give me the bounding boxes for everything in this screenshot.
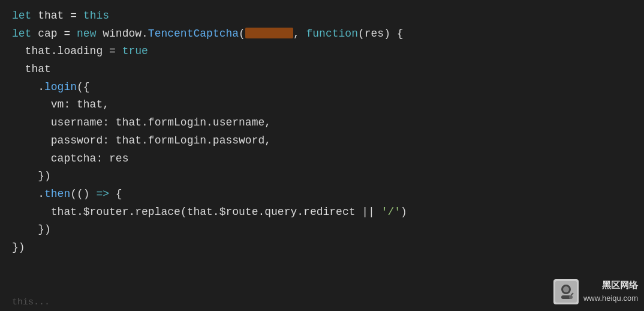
bottom-hint: this...: [0, 294, 644, 311]
code-line-1: let that = this: [12, 7, 632, 25]
code-line-3: that.loading = true: [12, 43, 632, 61]
watermark-url: www.heiqu.com: [583, 292, 638, 305]
code-line-9: captcha: res: [12, 150, 632, 168]
code-line-14: }): [12, 239, 632, 257]
code-editor: let that = this let cap = new window.Ten…: [0, 0, 644, 311]
code-line-5: .login({: [12, 79, 632, 97]
code-line-11: .then(() => {: [12, 186, 632, 204]
code-line-8: password: that.formLogin.password,: [12, 132, 632, 150]
code-line-10: }): [12, 168, 632, 186]
code-line-4: that: [12, 61, 632, 79]
svg-point-2: [563, 286, 569, 292]
redacted-1: ​: [245, 28, 293, 38]
code-line-7: username: that.formLogin.username,: [12, 114, 632, 132]
watermark: 黑区网络 www.heiqu.com: [553, 278, 638, 305]
watermark-site: 黑区网络: [583, 278, 638, 292]
watermark-text-block: 黑区网络 www.heiqu.com: [583, 278, 638, 305]
svg-point-4: [569, 295, 573, 299]
code-line-2: let cap = new window.TencentCaptcha(​, f…: [12, 25, 632, 43]
code-line-13: }): [12, 221, 632, 239]
watermark-icon: [553, 279, 579, 304]
code-line-12: that.$router.replace(that.$route.query.r…: [12, 204, 632, 222]
code-line-6: vm: that,: [12, 96, 632, 114]
